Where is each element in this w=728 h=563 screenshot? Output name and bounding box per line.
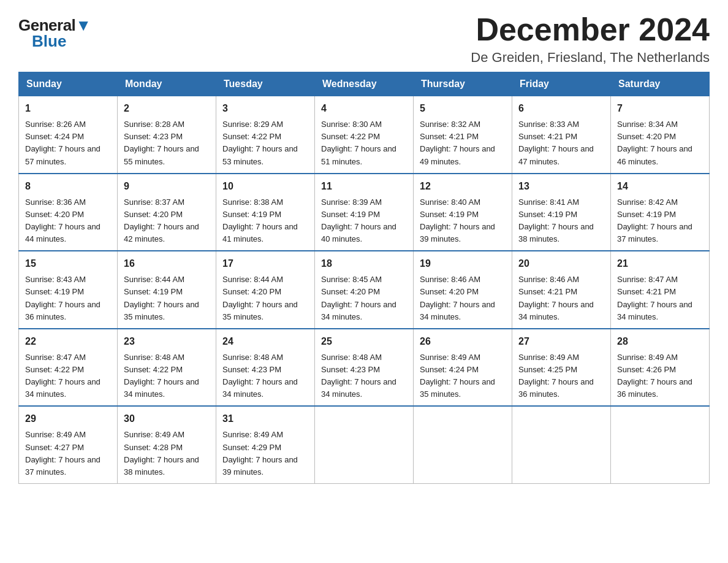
day-info: Sunrise: 8:47 AMSunset: 4:21 PMDaylight:… xyxy=(617,274,703,323)
day-number: 25 xyxy=(321,334,407,349)
calendar-day-cell: 7Sunrise: 8:34 AMSunset: 4:20 PMDaylight… xyxy=(611,96,710,174)
day-info: Sunrise: 8:32 AMSunset: 4:21 PMDaylight:… xyxy=(420,118,506,168)
calendar-day-cell: 13Sunrise: 8:41 AMSunset: 4:19 PMDayligh… xyxy=(512,174,611,251)
day-info: Sunrise: 8:49 AMSunset: 4:26 PMDaylight:… xyxy=(617,351,703,401)
calendar-day-cell xyxy=(315,406,414,483)
calendar-day-cell: 16Sunrise: 8:44 AMSunset: 4:19 PMDayligh… xyxy=(118,251,216,329)
calendar-day-cell: 4Sunrise: 8:30 AMSunset: 4:22 PMDaylight… xyxy=(315,96,414,174)
day-number: 14 xyxy=(617,179,703,194)
calendar-week-3: 15Sunrise: 8:43 AMSunset: 4:19 PMDayligh… xyxy=(19,251,710,329)
day-info: Sunrise: 8:30 AMSunset: 4:22 PMDaylight:… xyxy=(321,118,407,168)
day-info: Sunrise: 8:36 AMSunset: 4:20 PMDaylight:… xyxy=(25,196,111,246)
day-number: 8 xyxy=(25,179,111,194)
day-info: Sunrise: 8:47 AMSunset: 4:22 PMDaylight:… xyxy=(25,351,111,401)
day-number: 7 xyxy=(617,101,703,116)
day-info: Sunrise: 8:49 AMSunset: 4:24 PMDaylight:… xyxy=(420,351,506,401)
calendar-day-cell: 25Sunrise: 8:48 AMSunset: 4:23 PMDayligh… xyxy=(315,329,414,407)
day-info: Sunrise: 8:43 AMSunset: 4:19 PMDaylight:… xyxy=(25,274,111,323)
day-number: 3 xyxy=(222,101,308,116)
day-info: Sunrise: 8:33 AMSunset: 4:21 PMDaylight:… xyxy=(518,118,604,168)
calendar-day-cell: 9Sunrise: 8:37 AMSunset: 4:20 PMDaylight… xyxy=(118,174,216,251)
day-number: 9 xyxy=(124,179,210,194)
calendar-day-cell: 21Sunrise: 8:47 AMSunset: 4:21 PMDayligh… xyxy=(611,251,710,329)
day-info: Sunrise: 8:49 AMSunset: 4:29 PMDaylight:… xyxy=(222,429,308,478)
logo-blue-text: Blue xyxy=(32,33,66,49)
calendar-day-cell: 1Sunrise: 8:26 AMSunset: 4:24 PMDaylight… xyxy=(19,96,118,174)
calendar-day-cell: 31Sunrise: 8:49 AMSunset: 4:29 PMDayligh… xyxy=(216,406,315,483)
calendar-day-cell: 22Sunrise: 8:47 AMSunset: 4:22 PMDayligh… xyxy=(19,329,118,407)
col-friday: Friday xyxy=(512,72,611,96)
calendar-day-cell: 10Sunrise: 8:38 AMSunset: 4:19 PMDayligh… xyxy=(216,174,315,251)
day-number: 10 xyxy=(222,179,308,194)
day-info: Sunrise: 8:26 AMSunset: 4:24 PMDaylight:… xyxy=(25,118,111,168)
day-info: Sunrise: 8:49 AMSunset: 4:27 PMDaylight:… xyxy=(25,429,111,478)
day-number: 31 xyxy=(222,412,308,426)
day-number: 21 xyxy=(617,256,703,271)
day-info: Sunrise: 8:48 AMSunset: 4:23 PMDaylight:… xyxy=(222,351,308,401)
day-number: 29 xyxy=(25,412,111,426)
day-number: 17 xyxy=(222,256,308,271)
day-number: 30 xyxy=(124,412,210,426)
calendar-day-cell: 5Sunrise: 8:32 AMSunset: 4:21 PMDaylight… xyxy=(414,96,512,174)
col-monday: Monday xyxy=(118,72,216,96)
day-number: 4 xyxy=(321,101,407,116)
calendar-day-cell: 24Sunrise: 8:48 AMSunset: 4:23 PMDayligh… xyxy=(216,329,315,407)
day-number: 27 xyxy=(518,334,604,349)
calendar-day-cell: 26Sunrise: 8:49 AMSunset: 4:24 PMDayligh… xyxy=(414,329,512,407)
calendar-day-cell: 27Sunrise: 8:49 AMSunset: 4:25 PMDayligh… xyxy=(512,329,611,407)
day-number: 20 xyxy=(518,256,604,271)
day-number: 15 xyxy=(25,256,111,271)
day-info: Sunrise: 8:49 AMSunset: 4:25 PMDaylight:… xyxy=(518,351,604,401)
day-number: 2 xyxy=(124,101,210,116)
calendar-day-cell: 8Sunrise: 8:36 AMSunset: 4:20 PMDaylight… xyxy=(19,174,118,251)
col-wednesday: Wednesday xyxy=(315,72,414,96)
logo: General▼ Blue xyxy=(18,17,91,49)
calendar-day-cell: 30Sunrise: 8:49 AMSunset: 4:28 PMDayligh… xyxy=(118,406,216,483)
day-info: Sunrise: 8:49 AMSunset: 4:28 PMDaylight:… xyxy=(124,429,210,478)
day-info: Sunrise: 8:44 AMSunset: 4:19 PMDaylight:… xyxy=(124,274,210,323)
calendar-week-4: 22Sunrise: 8:47 AMSunset: 4:22 PMDayligh… xyxy=(19,329,710,407)
calendar-day-cell: 23Sunrise: 8:48 AMSunset: 4:22 PMDayligh… xyxy=(118,329,216,407)
day-info: Sunrise: 8:29 AMSunset: 4:22 PMDaylight:… xyxy=(222,118,308,168)
day-info: Sunrise: 8:34 AMSunset: 4:20 PMDaylight:… xyxy=(617,118,703,168)
header: General▼ Blue December 2024 De Greiden, … xyxy=(18,12,710,66)
calendar-day-cell: 29Sunrise: 8:49 AMSunset: 4:27 PMDayligh… xyxy=(19,406,118,483)
day-number: 16 xyxy=(124,256,210,271)
calendar-day-cell: 6Sunrise: 8:33 AMSunset: 4:21 PMDaylight… xyxy=(512,96,611,174)
calendar-day-cell: 18Sunrise: 8:45 AMSunset: 4:20 PMDayligh… xyxy=(315,251,414,329)
day-number: 11 xyxy=(321,179,407,194)
day-number: 13 xyxy=(518,179,604,194)
day-number: 6 xyxy=(518,101,604,116)
calendar-week-1: 1Sunrise: 8:26 AMSunset: 4:24 PMDaylight… xyxy=(19,96,710,174)
calendar-day-cell xyxy=(512,406,611,483)
day-number: 1 xyxy=(25,101,111,116)
col-saturday: Saturday xyxy=(611,72,710,96)
day-number: 12 xyxy=(420,179,506,194)
col-sunday: Sunday xyxy=(19,72,118,96)
col-thursday: Thursday xyxy=(414,72,512,96)
location-title: De Greiden, Friesland, The Netherlands xyxy=(471,50,710,66)
calendar-day-cell: 14Sunrise: 8:42 AMSunset: 4:19 PMDayligh… xyxy=(611,174,710,251)
logo-general-text: General▼ xyxy=(18,17,91,33)
day-info: Sunrise: 8:41 AMSunset: 4:19 PMDaylight:… xyxy=(518,196,604,246)
day-info: Sunrise: 8:46 AMSunset: 4:20 PMDaylight:… xyxy=(420,274,506,323)
day-number: 23 xyxy=(124,334,210,349)
calendar-day-cell: 11Sunrise: 8:39 AMSunset: 4:19 PMDayligh… xyxy=(315,174,414,251)
day-info: Sunrise: 8:42 AMSunset: 4:19 PMDaylight:… xyxy=(617,196,703,246)
calendar-day-cell: 3Sunrise: 8:29 AMSunset: 4:22 PMDaylight… xyxy=(216,96,315,174)
calendar-header-row: Sunday Monday Tuesday Wednesday Thursday… xyxy=(19,72,710,96)
calendar-day-cell: 19Sunrise: 8:46 AMSunset: 4:20 PMDayligh… xyxy=(414,251,512,329)
day-number: 26 xyxy=(420,334,506,349)
day-info: Sunrise: 8:48 AMSunset: 4:23 PMDaylight:… xyxy=(321,351,407,401)
day-info: Sunrise: 8:39 AMSunset: 4:19 PMDaylight:… xyxy=(321,196,407,246)
calendar-day-cell: 20Sunrise: 8:46 AMSunset: 4:21 PMDayligh… xyxy=(512,251,611,329)
calendar-table: Sunday Monday Tuesday Wednesday Thursday… xyxy=(18,72,710,484)
day-info: Sunrise: 8:44 AMSunset: 4:20 PMDaylight:… xyxy=(222,274,308,323)
day-number: 19 xyxy=(420,256,506,271)
day-info: Sunrise: 8:46 AMSunset: 4:21 PMDaylight:… xyxy=(518,274,604,323)
day-info: Sunrise: 8:40 AMSunset: 4:19 PMDaylight:… xyxy=(420,196,506,246)
day-number: 28 xyxy=(617,334,703,349)
day-info: Sunrise: 8:28 AMSunset: 4:23 PMDaylight:… xyxy=(124,118,210,168)
calendar-day-cell xyxy=(611,406,710,483)
day-number: 18 xyxy=(321,256,407,271)
